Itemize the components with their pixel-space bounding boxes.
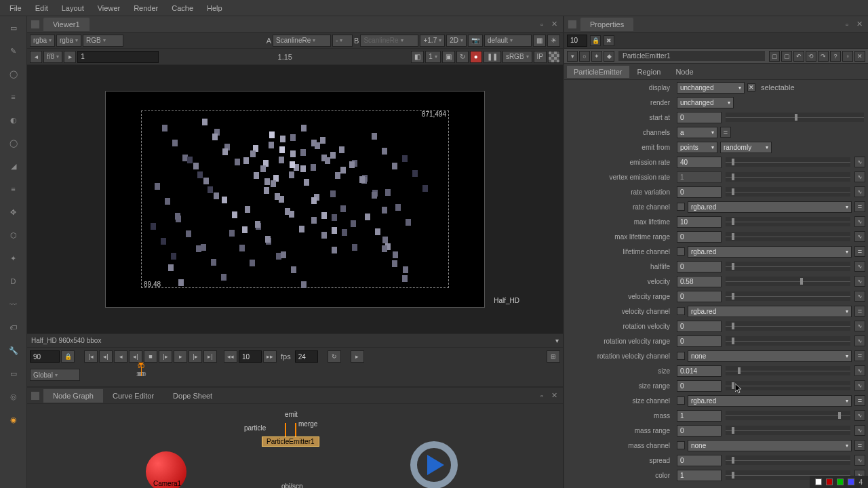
prop-dropdown[interactable]: unchanged bbox=[677, 97, 734, 108]
panel-handle-icon[interactable] bbox=[31, 392, 39, 400]
prop-slider[interactable] bbox=[726, 187, 850, 197]
animation-button[interactable]: ∿ bbox=[854, 186, 865, 197]
enable-checkbox[interactable] bbox=[677, 247, 685, 256]
prop-slider[interactable] bbox=[726, 232, 850, 241]
compare-mode-dropdown[interactable]: - bbox=[332, 35, 353, 47]
animation-button[interactable]: ∿ bbox=[854, 157, 865, 167]
channel-dropdown[interactable]: none bbox=[688, 350, 852, 362]
skip-back-button[interactable]: ◂◂ bbox=[224, 350, 237, 363]
animation-button[interactable]: ∿ bbox=[854, 321, 865, 331]
fps-input[interactable] bbox=[295, 350, 318, 363]
tool-icon[interactable]: ◯ bbox=[6, 136, 21, 150]
prop-input[interactable] bbox=[677, 336, 722, 347]
node-graph-canvas[interactable]: emit merge particle ParticleEmitter1 Cam… bbox=[27, 404, 563, 488]
tool-icon[interactable]: ✥ bbox=[6, 205, 21, 220]
prop-slider[interactable] bbox=[726, 411, 850, 420]
prop-input[interactable] bbox=[677, 410, 722, 422]
node-icon[interactable]: ◆ bbox=[604, 51, 614, 62]
prop-slider[interactable] bbox=[726, 455, 850, 465]
prop-slider[interactable] bbox=[726, 321, 850, 331]
input-a-dropdown[interactable]: ScanlineRe bbox=[273, 35, 331, 47]
prop-input[interactable] bbox=[677, 425, 722, 436]
prop-slider[interactable] bbox=[726, 336, 850, 346]
link-button[interactable]: = bbox=[854, 246, 865, 257]
prop-dropdown[interactable]: a bbox=[677, 127, 717, 138]
channel-dropdown[interactable]: rgba.red bbox=[688, 246, 852, 258]
tool-icon[interactable]: ✎ bbox=[6, 43, 21, 58]
link-button[interactable]: = bbox=[854, 350, 865, 361]
prop-input[interactable] bbox=[677, 380, 722, 392]
tool-icon[interactable]: ▭ bbox=[6, 366, 21, 381]
link-button[interactable]: = bbox=[720, 127, 731, 138]
prop-tab-region[interactable]: Region bbox=[631, 66, 668, 78]
tool-icon[interactable]: ◎ bbox=[6, 389, 21, 404]
close-icon[interactable]: ✕ bbox=[854, 51, 865, 62]
tab-dope-sheet[interactable]: Dope Sheet bbox=[163, 389, 222, 403]
tool-icon[interactable]: ◢ bbox=[6, 159, 21, 174]
prop-input[interactable] bbox=[677, 112, 722, 123]
close-icon[interactable]: ✕ bbox=[549, 20, 559, 29]
tab-node-graph[interactable]: Node Graph bbox=[43, 389, 103, 403]
fstop-dropdown[interactable]: f/8 bbox=[43, 51, 62, 63]
prop-slider[interactable] bbox=[726, 157, 850, 167]
help-icon[interactable]: ? bbox=[830, 51, 841, 62]
prop-input[interactable] bbox=[677, 171, 722, 183]
link-button[interactable]: = bbox=[854, 201, 865, 212]
prop-input[interactable] bbox=[677, 276, 722, 287]
prop-input[interactable] bbox=[677, 231, 722, 243]
animation-button[interactable]: ∿ bbox=[854, 216, 865, 227]
prop-input[interactable] bbox=[677, 216, 722, 228]
prop-slider[interactable] bbox=[726, 291, 850, 301]
prev-key-button[interactable]: ◂| bbox=[99, 350, 113, 363]
animation-button[interactable]: ∿ bbox=[854, 380, 865, 391]
prop-slider[interactable] bbox=[726, 277, 850, 286]
viewer-canvas[interactable]: 871,494 89,48 Half_HD bbox=[27, 65, 563, 333]
sync-icon[interactable]: ↻ bbox=[456, 51, 469, 63]
tool-icon[interactable]: ≡ bbox=[6, 89, 21, 104]
prop-input[interactable] bbox=[677, 365, 722, 377]
proxy-icon[interactable]: ◧ bbox=[411, 51, 424, 63]
exposure-dropdown[interactable]: +1.7 bbox=[420, 35, 445, 47]
redo-icon[interactable]: ↷ bbox=[818, 51, 829, 62]
menu-layout[interactable]: Layout bbox=[55, 1, 91, 15]
timeline-scope-dropdown[interactable]: Global bbox=[30, 369, 80, 381]
channel-dropdown[interactable]: rgba bbox=[30, 35, 55, 47]
prop-input[interactable] bbox=[677, 321, 722, 332]
animation-button[interactable]: ∿ bbox=[854, 261, 865, 272]
menu-cache[interactable]: Cache bbox=[165, 1, 200, 15]
toggle-icon[interactable]: ☀ bbox=[547, 35, 560, 47]
animation-button[interactable]: ∿ bbox=[854, 231, 865, 242]
channel-dropdown[interactable]: none bbox=[688, 440, 852, 451]
close-icon[interactable]: ✕ bbox=[854, 20, 864, 29]
next-key-button[interactable]: |▸ bbox=[189, 350, 202, 363]
tool-icon[interactable]: ✦ bbox=[6, 251, 21, 266]
prop-slider[interactable] bbox=[726, 366, 850, 375]
tool-icon[interactable]: ◐ bbox=[6, 113, 21, 127]
tool-icon[interactable]: ▭ bbox=[6, 20, 21, 35]
prop-input[interactable] bbox=[677, 186, 722, 198]
particle-emitter-node[interactable]: ParticleEmitter1 bbox=[262, 436, 319, 447]
link-button[interactable]: = bbox=[854, 395, 865, 406]
pause-icon[interactable]: ❚❚ bbox=[484, 51, 501, 63]
animation-button[interactable]: ∿ bbox=[854, 365, 865, 376]
prop-tab-particleemitter[interactable]: ParticleEmitter bbox=[567, 66, 629, 78]
prop-slider[interactable] bbox=[726, 426, 850, 435]
action-icon[interactable]: ▢ bbox=[769, 51, 780, 62]
enable-checkbox[interactable] bbox=[677, 203, 685, 211]
dropdown-arrow-icon[interactable]: ▾ bbox=[555, 337, 559, 344]
step-input[interactable] bbox=[239, 350, 262, 363]
tool-icon[interactable]: ⬡ bbox=[6, 228, 21, 243]
enable-checkbox[interactable] bbox=[677, 352, 685, 360]
ip-button[interactable]: IP bbox=[534, 51, 547, 63]
prop-input[interactable] bbox=[677, 455, 722, 466]
undock-icon[interactable]: ▫ bbox=[537, 391, 547, 401]
menu-edit[interactable]: Edit bbox=[28, 1, 55, 15]
menu-file[interactable]: File bbox=[3, 1, 28, 15]
range-icon[interactable]: ⊞ bbox=[547, 350, 560, 363]
menu-viewer[interactable]: Viewer bbox=[91, 1, 127, 15]
channel-dropdown[interactable]: rgba.red bbox=[688, 395, 852, 407]
viewer-lut-dropdown[interactable]: default bbox=[484, 35, 532, 47]
channel-dropdown[interactable]: rgba bbox=[56, 35, 81, 47]
record-button[interactable]: ● bbox=[470, 51, 482, 63]
properties-tab[interactable]: Properties bbox=[580, 18, 633, 31]
